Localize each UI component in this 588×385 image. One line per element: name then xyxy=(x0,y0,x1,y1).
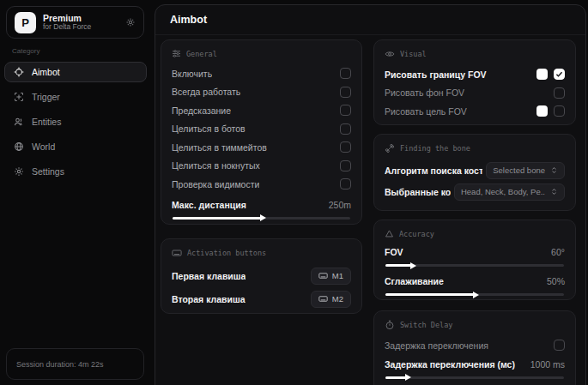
checkbox[interactable] xyxy=(554,105,565,117)
checkbox[interactable] xyxy=(554,69,565,80)
users-icon xyxy=(14,117,24,127)
setting-row-draw-fov-target: Рисовать цель FOV xyxy=(385,102,565,121)
sidebar-item-label: Entities xyxy=(32,117,61,127)
keyboard-icon xyxy=(172,248,182,258)
crosshair-icon xyxy=(14,67,24,77)
left-column: General Включить Всегда работать Предска… xyxy=(161,39,362,314)
setting-row-switch-delay-toggle: Задержка переключения xyxy=(385,336,565,355)
color-swatch[interactable] xyxy=(536,105,548,117)
setting-row-target-bots: Целиться в ботов xyxy=(172,120,351,139)
slider-value: 250m xyxy=(329,200,351,210)
slider-value: 60° xyxy=(551,247,565,257)
setting-label: Алгоритм поиска кост xyxy=(385,165,482,176)
setting-label: Сглаживание xyxy=(385,276,444,286)
selected-bones-select[interactable]: Head, Neck, Body, Pe.. xyxy=(454,183,565,201)
sidebar-item-settings[interactable]: Settings xyxy=(4,161,147,182)
card-general: General Включить Всегда работать Предска… xyxy=(161,39,362,225)
setting-row-fov: FOV 60° xyxy=(385,244,565,260)
checkbox[interactable] xyxy=(340,141,351,153)
sidebar-item-label: World xyxy=(32,141,55,152)
slider-value: 1000 ms xyxy=(530,359,565,370)
setting-row-draw-fov-background: Рисовать фон FOV xyxy=(385,84,565,103)
app-logo-card: P Premium for Delta Force xyxy=(6,6,144,39)
checkbox[interactable] xyxy=(340,87,351,98)
setting-row-selected-bones: Выбранные кос Head, Neck, Body, Pe.. xyxy=(385,181,565,202)
setting-label: Задержка переключения (мс) xyxy=(385,359,515,370)
slider-thumb[interactable] xyxy=(473,292,479,298)
app-logo: P xyxy=(15,12,36,33)
bone-icon xyxy=(385,143,395,153)
selected-value: Head, Neck, Body, Pe.. xyxy=(461,187,545,196)
checkbox[interactable] xyxy=(340,123,351,135)
sliders-icon xyxy=(172,49,181,58)
fov-slider[interactable] xyxy=(385,264,564,267)
setting-label: Вторая клавиша xyxy=(172,294,246,304)
switch-delay-slider[interactable] xyxy=(385,376,564,379)
bone-algorithm-select[interactable]: Selected bone xyxy=(486,162,565,179)
sidebar-item-label: Settings xyxy=(32,166,64,177)
card-title: Activation buttons xyxy=(187,249,266,257)
checkbox[interactable] xyxy=(340,68,351,79)
sidebar-item-world[interactable]: World xyxy=(4,136,147,157)
checkbox[interactable] xyxy=(340,178,351,189)
card-title: Accuracy xyxy=(399,230,434,238)
sidebar-item-entities[interactable]: Entities xyxy=(4,111,147,132)
keybind-value: M1 xyxy=(332,271,343,280)
color-swatch[interactable] xyxy=(536,69,548,80)
setting-row-smoothing: Сглаживание 50% xyxy=(385,274,565,289)
setting-label: Целиться в нокнутых xyxy=(172,160,260,171)
keybind-button-m2[interactable]: M2 xyxy=(311,291,351,308)
setting-label: Целиться в тиммейтов xyxy=(172,142,267,153)
sidebar-nav: Aimbot Trigger Entities xyxy=(4,62,147,182)
setting-label: Включить xyxy=(172,69,212,79)
setting-row-bone-algorithm: Алгоритм поиска кост Selected bone xyxy=(385,159,565,181)
sidebar-item-trigger[interactable]: Trigger xyxy=(4,87,147,107)
session-duration-text: Session duration: 4m 22s xyxy=(16,360,104,369)
slider-value: 50% xyxy=(547,276,565,286)
card-title: Finding the bone xyxy=(400,144,470,153)
setting-label: Рисовать фон FOV xyxy=(385,87,464,98)
setting-label: Макс. дистанция xyxy=(172,200,246,210)
sidebar: P Premium for Delta Force Category Aimbo… xyxy=(0,0,151,385)
selected-value: Selected bone xyxy=(493,165,545,175)
setting-label: Выбранные кос xyxy=(385,187,451,197)
setting-label: Рисовать границу FOV xyxy=(385,69,487,80)
checkbox[interactable] xyxy=(554,87,565,99)
panel-header: Aimbot xyxy=(155,5,585,35)
checkbox[interactable] xyxy=(340,160,351,171)
max-distance-slider[interactable] xyxy=(173,217,350,220)
triangle-icon xyxy=(385,229,394,238)
keybind-button-m1[interactable]: M1 xyxy=(311,268,351,285)
setting-row-max-distance: Макс. дистанция 250m xyxy=(172,197,351,213)
setting-label: Задержка переключения xyxy=(385,340,488,351)
page-title: Aimbot xyxy=(170,14,207,26)
smoothing-slider[interactable] xyxy=(385,293,564,296)
session-duration: Session duration: 4m 22s xyxy=(6,348,144,380)
keybind-value: M2 xyxy=(332,294,343,304)
slider-thumb[interactable] xyxy=(410,262,416,269)
setting-row-prediction: Предсказание xyxy=(172,101,351,120)
setting-label: Проверка видимости xyxy=(172,179,259,189)
setting-row-target-knocked: Целиться в нокнутых xyxy=(172,157,351,176)
setting-row-second-key: Вторая клавиша M2 xyxy=(172,287,351,310)
chevron-up-down-icon xyxy=(550,188,558,196)
gear-icon[interactable] xyxy=(125,17,136,27)
slider-thumb[interactable] xyxy=(260,214,266,221)
setting-label: Первая клавиша xyxy=(172,271,246,281)
main-panel: Aimbot General Включить Всегда работать xyxy=(155,4,586,385)
checkbox[interactable] xyxy=(340,105,351,116)
setting-label: Целиться в ботов xyxy=(172,123,246,134)
checkbox[interactable] xyxy=(554,340,565,351)
setting-row-enable: Включить xyxy=(172,64,351,83)
keyboard-icon xyxy=(318,271,328,280)
slider-thumb[interactable] xyxy=(405,374,411,381)
card-activation-buttons: Activation buttons Первая клавиша M1 Вто… xyxy=(161,238,362,314)
setting-row-first-key: Первая клавиша M1 xyxy=(172,264,351,287)
eye-icon xyxy=(385,49,395,59)
sidebar-item-aimbot[interactable]: Aimbot xyxy=(4,62,147,82)
setting-label: Всегда работать xyxy=(172,87,240,97)
setting-label: FOV xyxy=(385,247,403,257)
setting-row-always-work: Всегда работать xyxy=(172,83,351,102)
card-title: General xyxy=(186,50,217,58)
card-switch-delay: Switch Delay Задержка переключения Задер… xyxy=(373,310,576,385)
